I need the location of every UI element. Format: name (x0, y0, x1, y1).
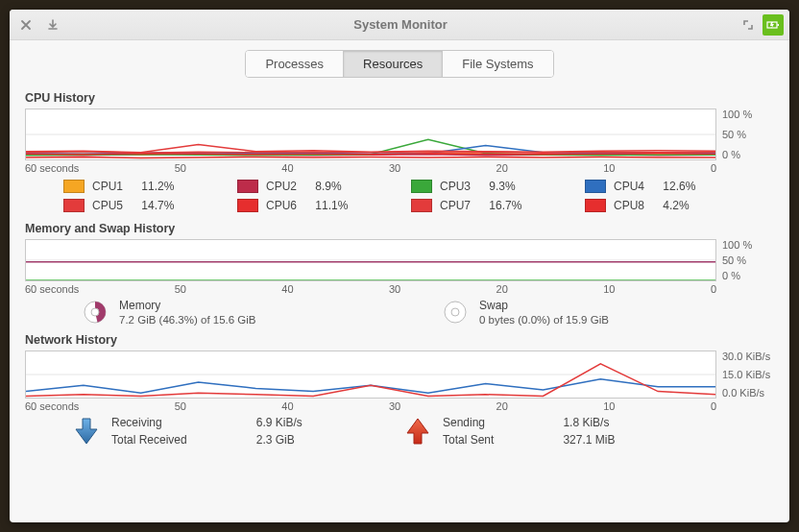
axis-tick: 50 (175, 162, 186, 174)
received-total: 2.3 GiB (256, 433, 303, 447)
network-y-axis: 30.0 KiB/s 15.0 KiB/s 0.0 KiB/s (716, 351, 774, 399)
view-tabs: Processes Resources File Systems (10, 40, 789, 85)
svg-rect-1 (778, 24, 780, 26)
axis-tick: 30 (389, 283, 400, 295)
axis-tick: 30 (389, 162, 400, 174)
color-swatch (411, 180, 432, 193)
memory-section-title: Memory and Swap History (25, 222, 774, 235)
network-stats: Receiving 6.9 KiB/s Total Received 2.3 G… (25, 412, 774, 447)
cpu-legend-item[interactable]: CPU7 16.7% (411, 199, 562, 212)
resources-panel: CPU History 100 % 50 % 0 % 60 seconds 50… (10, 85, 789, 522)
network-x-axis: 60 seconds 50 40 30 20 10 0 (25, 400, 774, 412)
axis-tick: 60 seconds (25, 162, 79, 174)
upload-arrow-icon (404, 416, 431, 447)
cpu-section-title: CPU History (25, 91, 774, 105)
axis-tick: 0 (711, 162, 716, 174)
window-title: System Monitor (63, 17, 738, 32)
axis-tick: 50 % (722, 129, 774, 140)
battery-status-icon[interactable] (763, 14, 784, 36)
tab-resources[interactable]: Resources (344, 51, 443, 77)
cpu-name: CPU4 (614, 180, 644, 193)
axis-tick: 0.0 KiB/s (722, 387, 774, 399)
axis-tick: 30.0 KiB/s (722, 351, 774, 362)
download-icon[interactable] (42, 14, 63, 36)
memory-pie-icon (83, 300, 108, 325)
cpu-legend-item[interactable]: CPU8 4.2% (585, 199, 736, 212)
cpu-y-axis: 100 % 50 % 0 % (716, 109, 774, 160)
axis-tick: 15.0 KiB/s (722, 369, 774, 380)
axis-tick: 20 (496, 162, 508, 174)
axis-tick: 0 (711, 400, 716, 412)
cpu-name: CPU7 (440, 199, 471, 212)
cpu-percent: 4.2% (663, 199, 689, 212)
swap-readout[interactable]: Swap 0 bytes (0.0%) of 15.9 GiB (443, 299, 745, 326)
network-section-title: Network History (25, 333, 774, 347)
memory-swap-readout: Memory 7.2 GiB (46.3%) of 15.6 GiB Swap … (25, 295, 774, 327)
cpu-name: CPU3 (440, 180, 471, 193)
download-arrow-icon (73, 416, 100, 447)
memory-x-axis: 60 seconds 50 40 30 20 10 0 (25, 283, 774, 295)
cpu-percent: 14.7% (141, 199, 174, 212)
color-swatch (237, 180, 258, 193)
memory-readout[interactable]: Memory 7.2 GiB (46.3%) of 15.6 GiB (83, 299, 385, 326)
cpu-legend-item[interactable]: CPU1 11.2% (63, 180, 214, 193)
axis-tick: 10 (603, 162, 615, 174)
sent-total-label: Total Sent (443, 433, 494, 447)
cpu-legend-item[interactable]: CPU6 11.1% (237, 199, 388, 212)
axis-tick: 40 (281, 400, 293, 412)
memory-chart (25, 239, 716, 281)
axis-tick: 20 (496, 283, 508, 295)
cpu-legend-item[interactable]: CPU5 14.7% (63, 199, 214, 212)
color-swatch (585, 199, 606, 212)
cpu-percent: 16.7% (489, 199, 521, 212)
cpu-legend-item[interactable]: CPU2 8.9% (237, 180, 388, 193)
swap-label: Swap (479, 299, 609, 312)
receiving-block[interactable]: Receiving 6.9 KiB/s Total Received 2.3 G… (73, 416, 404, 447)
axis-tick: 0 % (722, 149, 774, 160)
color-swatch (63, 199, 85, 212)
color-swatch (411, 199, 432, 212)
cpu-percent: 8.9% (315, 180, 341, 193)
receiving-label: Receiving (111, 416, 187, 429)
axis-tick: 60 seconds (25, 400, 79, 412)
axis-tick: 40 (281, 283, 293, 295)
axis-tick: 20 (496, 400, 508, 412)
cpu-name: CPU5 (92, 199, 123, 212)
axis-tick: 50 % (722, 254, 774, 266)
swap-pie-icon (443, 300, 468, 325)
cpu-chart-area: 100 % 50 % 0 % (25, 109, 774, 160)
axis-tick: 30 (389, 400, 400, 412)
tab-processes[interactable]: Processes (246, 51, 344, 77)
memory-chart-area: 100 % 50 % 0 % (25, 239, 774, 281)
axis-tick: 10 (603, 283, 615, 295)
svg-point-5 (91, 308, 99, 316)
cpu-percent: 11.1% (315, 199, 348, 212)
sending-block[interactable]: Sending 1.8 KiB/s Total Sent 327.1 MiB (404, 416, 736, 447)
cpu-legend-item[interactable]: CPU3 9.3% (411, 180, 562, 193)
cpu-name: CPU2 (266, 180, 297, 193)
cpu-percent: 9.3% (489, 180, 515, 193)
sent-total: 327.1 MiB (563, 433, 615, 447)
axis-tick: 50 (175, 283, 186, 295)
svg-point-7 (451, 308, 459, 316)
axis-tick: 100 % (722, 239, 774, 251)
system-monitor-window: System Monitor Processes Resources File … (10, 10, 789, 522)
sending-rate: 1.8 KiB/s (563, 416, 615, 429)
memory-y-axis: 100 % 50 % 0 % (716, 239, 774, 281)
cpu-name: CPU6 (266, 199, 297, 212)
axis-tick: 100 % (722, 109, 774, 120)
network-chart (25, 351, 716, 399)
cpu-legend-item[interactable]: CPU4 12.6% (585, 180, 736, 193)
color-swatch (63, 180, 85, 193)
color-swatch (237, 199, 258, 212)
maximize-icon[interactable] (738, 14, 759, 36)
color-swatch (585, 180, 606, 193)
received-total-label: Total Received (111, 433, 187, 447)
cpu-name: CPU1 (92, 180, 123, 193)
memory-value: 7.2 GiB (46.3%) of 15.6 GiB (119, 314, 256, 326)
tab-filesystems[interactable]: File Systems (443, 51, 552, 77)
axis-tick: 40 (281, 162, 293, 174)
sending-label: Sending (443, 416, 494, 429)
cpu-chart (25, 109, 716, 160)
close-icon[interactable] (15, 14, 36, 36)
